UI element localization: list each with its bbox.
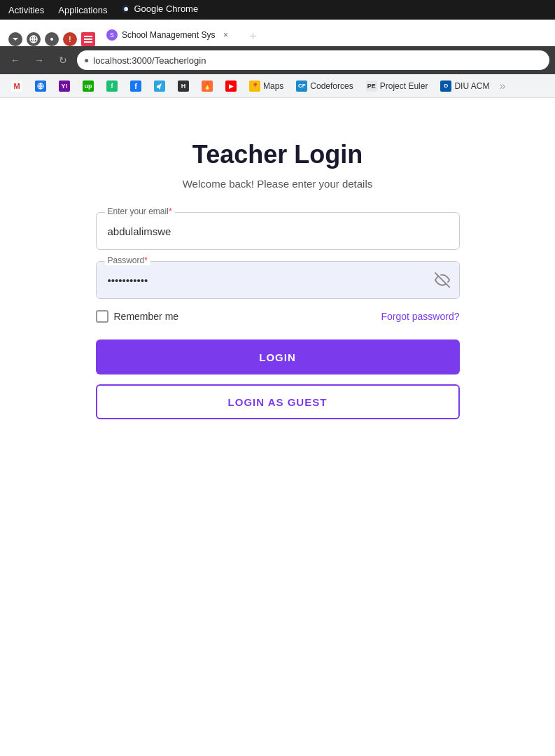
password-label: Password* — [105, 255, 150, 265]
bookmark-yahoo[interactable]: Y! — [53, 78, 76, 94]
remember-checkbox[interactable] — [96, 310, 108, 323]
login-button[interactable]: LOGIN — [96, 340, 460, 374]
tab-globe-icon[interactable] — [27, 32, 41, 46]
active-tab[interactable]: S School Management Sys × — [98, 24, 240, 46]
bookmarks-overflow[interactable]: » — [496, 80, 508, 92]
password-wrapper — [97, 262, 459, 298]
tab-extra-icon[interactable] — [45, 32, 59, 46]
bookmark-maps-label: Maps — [263, 81, 283, 91]
facebook-icon: f — [130, 80, 141, 92]
tab-close-btn[interactable]: × — [219, 29, 232, 41]
diuacm-icon: D — [440, 80, 451, 92]
chrome-icon — [121, 4, 131, 14]
bookmark-upwork[interactable]: up — [77, 78, 99, 94]
svg-rect-4 — [84, 38, 92, 40]
bookmark-gmail[interactable]: M — [6, 78, 28, 94]
yahoo-icon: Y! — [59, 80, 70, 92]
tab-red-icon[interactable]: ! — [63, 32, 77, 46]
remember-me-text: Remember me — [114, 311, 179, 322]
bookmarks-bar: M Y! up f f H 🔥 ▶ 📍 Maps CF Codeforces P… — [0, 74, 555, 98]
tab-favicon: S — [106, 29, 118, 41]
forgot-password-link[interactable]: Forgot password? — [381, 311, 459, 322]
email-input[interactable] — [97, 213, 459, 249]
tab-bar-icon[interactable] — [81, 32, 95, 46]
url-text: localhost:3000/Teacherlogin — [93, 55, 206, 66]
flame-icon: 🔥 — [202, 80, 213, 92]
maps-icon: 📍 — [249, 80, 260, 92]
bookmark-euler[interactable]: PE Project Euler — [360, 78, 434, 94]
os-activities[interactable]: Activities — [8, 5, 44, 15]
page-title: Teacher Login — [96, 140, 460, 169]
password-toggle-button[interactable] — [426, 262, 459, 298]
new-tab-button[interactable]: + — [243, 27, 262, 46]
nav-bar: ← → ↻ ● localhost:3000/Teacherlogin — [0, 46, 555, 74]
page-content: Teacher Login Welcome back! Please enter… — [0, 98, 555, 756]
svg-rect-3 — [84, 36, 92, 37]
url-bar[interactable]: ● localhost:3000/Teacherlogin — [77, 50, 549, 70]
bookmark-fiverr[interactable]: f — [101, 78, 123, 94]
bookmark-diuacm[interactable]: D DIU ACM — [435, 78, 495, 94]
reload-button[interactable]: ↻ — [53, 50, 73, 70]
bookmark-codeforces[interactable]: CF Codeforces — [290, 78, 358, 94]
password-input[interactable] — [97, 262, 426, 298]
eye-slash-icon — [435, 272, 450, 288]
svg-point-2 — [50, 38, 53, 41]
guest-login-button[interactable]: LOGIN AS GUEST — [96, 384, 460, 419]
globe-icon — [35, 80, 46, 92]
euler-icon: PE — [366, 80, 377, 92]
svg-rect-5 — [84, 41, 92, 43]
bookmark-diuacm-label: DIU ACM — [454, 81, 489, 91]
bookmark-hk[interactable]: H — [172, 78, 195, 94]
back-button[interactable]: ← — [6, 50, 25, 70]
gmail-icon: M — [11, 80, 22, 92]
bookmark-codeforces-label: Codeforces — [310, 81, 353, 91]
bookmark-euler-label: Project Euler — [380, 81, 428, 91]
tab-title: School Management Sys — [122, 30, 215, 40]
bookmark-facebook[interactable]: f — [125, 78, 147, 94]
fiverr-icon: f — [106, 80, 118, 92]
bookmark-maps[interactable]: 📍 Maps — [244, 78, 289, 94]
login-container: Teacher Login Welcome back! Please enter… — [96, 140, 460, 419]
bookmark-telegram[interactable] — [148, 78, 171, 94]
tab-menu-icon[interactable] — [8, 32, 22, 46]
bookmark-youtube[interactable]: ▶ — [220, 78, 242, 94]
email-field-wrapper: Enter your email* — [96, 212, 460, 250]
youtube-icon: ▶ — [225, 80, 237, 92]
hk-icon: H — [178, 80, 189, 92]
tab-bar: ! S School Management Sys × + — [0, 20, 555, 46]
telegram-icon — [154, 80, 165, 92]
bookmark-flame[interactable]: 🔥 — [196, 78, 218, 94]
os-applications[interactable]: Applications — [58, 5, 107, 15]
os-bar: Activities Applications Google Chrome — [0, 0, 555, 20]
email-label: Enter your email* — [105, 206, 175, 216]
lock-icon: ● — [84, 55, 89, 65]
remember-forgot-row: Remember me Forgot password? — [96, 310, 460, 323]
email-form-group: Enter your email* — [96, 212, 460, 250]
upwork-icon: up — [83, 80, 94, 92]
bookmark-globe[interactable] — [29, 78, 52, 94]
password-form-group: Password* — [96, 261, 460, 299]
remember-me-label[interactable]: Remember me — [96, 310, 179, 323]
os-chrome-label: Google Chrome — [121, 4, 198, 16]
codeforces-icon: CF — [296, 80, 307, 92]
forward-button[interactable]: → — [29, 50, 49, 70]
password-field-wrapper: Password* — [96, 261, 460, 299]
page-subtitle: Welcome back! Please enter your details — [96, 178, 460, 190]
